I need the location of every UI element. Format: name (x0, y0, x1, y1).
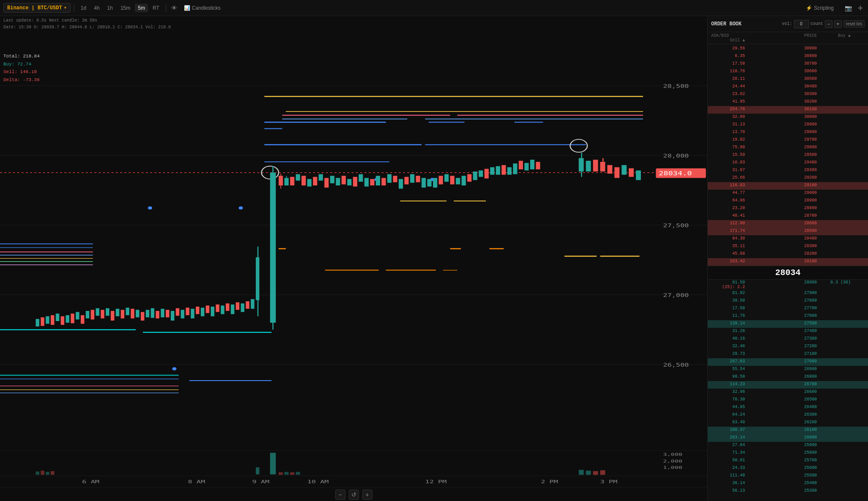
ob-bid-row[interactable]: 203.1426000 (708, 434, 868, 442)
ob-bid-row[interactable]: 11.7627600 (708, 313, 868, 320)
ob-bid-row[interactable]: 64.2426300 (708, 411, 868, 419)
ob-ask-row[interactable]: 31.1329900 (708, 121, 868, 129)
ob-vol-input[interactable] (794, 20, 809, 28)
zoom-in-btn[interactable]: + (362, 490, 372, 500)
svg-rect-96 (501, 165, 506, 175)
eye-icon-btn[interactable]: 👁 (170, 4, 179, 12)
svg-rect-131 (116, 309, 119, 316)
ob-ask-row[interactable]: 24.4430400 (708, 83, 868, 91)
symbol-badge[interactable]: Binance | BTC/USDT ▾ (3, 3, 71, 13)
ob-ask-row[interactable]: 23.6230300 (708, 91, 868, 98)
chart-type-btn[interactable]: 📊 Candlesticks (181, 4, 224, 12)
ob-ask-row[interactable]: 110.7630600 (708, 68, 868, 76)
svg-rect-138 (151, 308, 154, 318)
bid-size: 139.14 (711, 321, 745, 326)
ob-ask-row[interactable]: 15.5929500 (708, 152, 868, 159)
ob-bid-row[interactable]: 55.5426900 (708, 366, 868, 373)
ob-ask-row[interactable]: 116.8329100 (708, 182, 868, 190)
symbol-label: Binance | BTC/USDT (7, 5, 62, 11)
ob-minus-btn[interactable]: − (825, 20, 832, 28)
ob-reset-btn[interactable]: reset b/s (843, 20, 865, 27)
tf-rt[interactable]: RT (150, 4, 162, 12)
ob-bid-row[interactable]: 31.2627400 (708, 328, 868, 335)
ob-ask-row[interactable]: 17.5830700 (708, 60, 868, 68)
ask-price: 28100 (783, 259, 817, 264)
ob-ask-row[interactable]: 163.4228100 (708, 258, 868, 266)
zoom-out-btn[interactable]: − (335, 490, 345, 500)
tf-4h[interactable]: 4h (91, 4, 102, 12)
ob-ask-row[interactable]: 171.7428500 (708, 228, 868, 235)
ob-ask-row[interactable]: 26.1130500 (708, 76, 868, 83)
ob-bid-row[interactable]: 83.4826200 (708, 419, 868, 427)
ob-ask-row[interactable]: 84.3028400 (708, 235, 868, 243)
ob-ask-row[interactable]: 64.9628900 (708, 197, 868, 205)
ob-ask-row[interactable]: 44.7729000 (708, 190, 868, 197)
svg-rect-182 (600, 470, 605, 475)
ob-ask-row[interactable]: 41.9530200 (708, 98, 868, 106)
ob-bid-row[interactable]: 50.6125700 (708, 457, 868, 465)
ob-bid-row[interactable]: 287.0327000 (708, 358, 868, 366)
ob-bid-row[interactable]: 40.1627300 (708, 335, 868, 343)
ob-bid-row[interactable]: 27.8425900 (708, 442, 868, 449)
chart-canvas[interactable]: Total: 218.84 Buy: 72.74 Sell: 146.10 De… (0, 32, 707, 450)
col-price: PRICE (783, 33, 817, 38)
ob-bid-rows[interactable]: 81.58280000.3 (36)(25): 2.281.022790039.… (708, 280, 868, 501)
ob-ask-row[interactable]: 75.8029600 (708, 144, 868, 152)
tf-1h[interactable]: 1h (104, 4, 116, 12)
ask-size: 29.56 (711, 46, 745, 51)
ob-bid-row[interactable]: 17.5827700 (708, 305, 868, 313)
ob-bid-row[interactable]: 36.1425400 (708, 480, 868, 487)
ob-bid-row[interactable]: 39.5027800 (708, 297, 868, 305)
svg-text:6 AM: 6 AM (82, 479, 99, 484)
ob-ask-row[interactable]: 31.6729300 (708, 167, 868, 174)
ob-bid-row[interactable]: 32.9626600 (708, 389, 868, 396)
ob-plus-btn[interactable]: + (834, 20, 842, 28)
ob-ask-row[interactable]: 19.8229700 (708, 136, 868, 144)
svg-rect-92 (479, 170, 483, 177)
ob-bid-row[interactable]: 81.58280000.3 (36)(25): 2.2 (708, 280, 868, 290)
reset-btn[interactable]: ↺ (349, 490, 359, 500)
ob-ask-row[interactable]: 6.3530800 (708, 53, 868, 60)
ob-bid-row[interactable]: 98.5026800 (708, 373, 868, 381)
ob-bid-row[interactable]: 196.3726100 (708, 427, 868, 434)
bid-price: 26700 (783, 382, 817, 387)
ob-bid-row[interactable]: 29.7327100 (708, 351, 868, 358)
svg-rect-156 (241, 303, 244, 312)
crosshair-btn[interactable]: ✛ (856, 4, 865, 12)
ob-bid-row[interactable]: 71.3425800 (708, 449, 868, 457)
bid-price: 27100 (783, 351, 817, 356)
svg-rect-130 (111, 311, 114, 321)
ob-ask-row[interactable]: 25.6629200 (708, 174, 868, 182)
ob-ask-row[interactable]: 35.1128300 (708, 243, 868, 250)
ob-bid-row[interactable]: 81.0227900 (708, 290, 868, 297)
svg-rect-157 (246, 301, 249, 309)
ob-ask-row[interactable]: 122.0028600 (708, 220, 868, 228)
scripting-btn[interactable]: ⚡ Scripting (802, 4, 838, 12)
tf-15m[interactable]: 15m (118, 4, 133, 12)
tf-1d[interactable]: 1d (78, 4, 89, 12)
ob-bid-row[interactable]: 139.1427500 (708, 320, 868, 328)
ob-bid-row[interactable]: 111.4025500 (708, 472, 868, 480)
ob-ask-row[interactable]: 16.0329400 (708, 159, 868, 167)
ob-ask-row[interactable]: 254.7630100 (708, 106, 868, 114)
svg-rect-99 (519, 161, 523, 169)
ob-ask-row[interactable]: 29.5630900 (708, 45, 868, 53)
bid-price: 26600 (783, 389, 817, 394)
ob-ask-row[interactable]: 48.4128700 (708, 212, 868, 220)
buy-col: 0.3 (36) (817, 280, 851, 285)
ob-ask-row[interactable]: 32.0930000 (708, 114, 868, 121)
chart-type-label: Candlesticks (192, 5, 221, 11)
ob-bid-row[interactable]: 56.1325300 (708, 487, 868, 495)
ob-bid-row[interactable]: 114.2326700 (708, 381, 868, 389)
ob-bid-row[interactable]: 44.8526400 (708, 404, 868, 411)
ob-bid-row[interactable]: 24.3325600 (708, 465, 868, 472)
ob-bid-row[interactable]: 32.4627200 (708, 343, 868, 351)
ob-rows[interactable]: 2.653100029.56309006.353080017.583070011… (708, 44, 868, 266)
ob-bid-row[interactable]: 78.3026500 (708, 396, 868, 404)
ob-ask-row[interactable]: 23.2028800 (708, 205, 868, 212)
ob-ask-row[interactable]: 13.7829800 (708, 129, 868, 136)
tf-5m[interactable]: 5m (135, 4, 148, 12)
svg-rect-175 (279, 472, 283, 475)
camera-btn[interactable]: 📷 (843, 4, 854, 12)
ob-ask-row[interactable]: 45.6828200 (708, 250, 868, 258)
